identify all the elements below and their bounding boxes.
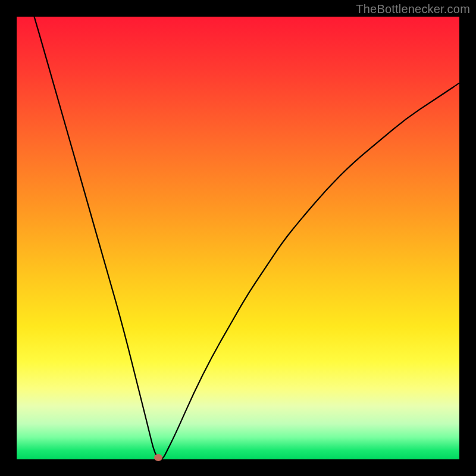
minimum-marker — [154, 454, 162, 461]
plot-area — [17, 17, 459, 459]
watermark-text: TheBottlenecker.com — [356, 2, 470, 16]
chart-frame: TheBottlenecker.com — [0, 0, 476, 476]
bottleneck-curve — [17, 17, 459, 459]
curve-path — [17, 17, 459, 459]
